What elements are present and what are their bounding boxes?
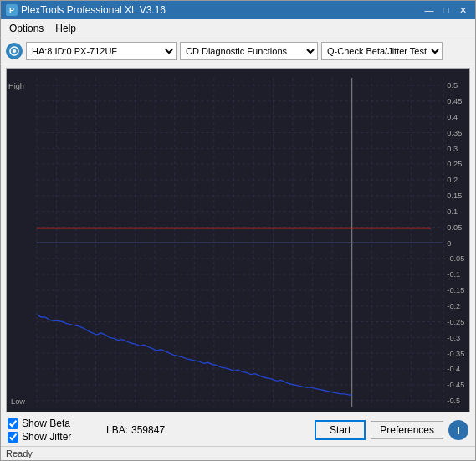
svg-text:0.4: 0.4 — [447, 112, 458, 121]
menu-help[interactable]: Help — [50, 21, 81, 36]
svg-text:30: 30 — [151, 408, 159, 412]
info-button[interactable]: i — [448, 420, 468, 440]
lba-label: LBA: — [106, 424, 128, 436]
svg-text:0.15: 0.15 — [447, 191, 462, 200]
menu-options[interactable]: Options — [4, 21, 49, 36]
title-bar: P PlexTools Professional XL V3.16 — □ ✕ — [1, 1, 475, 19]
svg-text:-0.45: -0.45 — [447, 380, 464, 389]
svg-text:0.25: 0.25 — [447, 159, 462, 168]
checkboxes: Show Beta Show Jitter — [8, 417, 100, 443]
show-beta-label[interactable]: Show Beta — [22, 417, 70, 429]
svg-text:95: 95 — [407, 408, 415, 412]
svg-text:100: 100 — [424, 408, 437, 412]
svg-text:5: 5 — [54, 408, 59, 412]
window-title: PlexTools Professional XL V3.16 — [21, 4, 166, 16]
svg-text:High: High — [8, 81, 24, 90]
svg-text:0.3: 0.3 — [447, 143, 458, 152]
show-beta-checkbox[interactable] — [8, 418, 18, 429]
svg-text:0: 0 — [34, 408, 38, 412]
title-controls: — □ ✕ — [422, 3, 470, 17]
svg-text:35: 35 — [171, 408, 179, 412]
svg-text:65: 65 — [289, 408, 297, 412]
close-button[interactable]: ✕ — [455, 3, 470, 17]
show-jitter-row: Show Jitter — [8, 431, 100, 443]
function-select[interactable]: CD Diagnostic Functions — [180, 42, 318, 60]
svg-text:0.05: 0.05 — [447, 222, 462, 231]
svg-text:0: 0 — [447, 238, 451, 247]
svg-text:-0.05: -0.05 — [447, 254, 464, 263]
svg-text:85: 85 — [367, 408, 376, 412]
content-area: 0.5 0.45 0.4 0.35 0.3 0.25 0.2 0.15 0.1 … — [1, 64, 475, 446]
svg-text:-0.3: -0.3 — [447, 332, 460, 341]
app-icon: P — [6, 4, 18, 16]
svg-text:60: 60 — [269, 408, 277, 412]
maximize-button[interactable]: □ — [438, 3, 453, 17]
lba-value: 359847 — [131, 424, 165, 436]
svg-text:-0.25: -0.25 — [447, 316, 464, 325]
minimize-button[interactable]: — — [422, 3, 437, 17]
svg-text:0.1: 0.1 — [447, 207, 458, 216]
device-icon[interactable] — [6, 43, 23, 59]
svg-text:10: 10 — [72, 408, 80, 412]
svg-text:50: 50 — [229, 408, 238, 412]
lba-section: LBA: 359847 — [106, 424, 308, 436]
svg-text:90: 90 — [387, 408, 396, 412]
main-window: P PlexTools Professional XL V3.16 — □ ✕ … — [0, 0, 476, 461]
svg-text:0.2: 0.2 — [447, 175, 458, 184]
bottom-panel: Show Beta Show Jitter LBA: 359847 Start … — [1, 414, 475, 446]
svg-text:20: 20 — [111, 408, 120, 412]
svg-text:75: 75 — [328, 408, 336, 412]
title-bar-left: P PlexTools Professional XL V3.16 — [6, 4, 166, 16]
preferences-button[interactable]: Preferences — [371, 421, 443, 439]
svg-text:0.45: 0.45 — [447, 96, 462, 105]
svg-text:-0.4: -0.4 — [447, 364, 461, 373]
svg-text:Low: Low — [11, 397, 25, 406]
svg-text:80: 80 — [348, 408, 356, 412]
svg-text:0.5: 0.5 — [447, 80, 458, 90]
show-jitter-checkbox[interactable] — [8, 432, 18, 443]
svg-text:45: 45 — [210, 408, 218, 412]
svg-text:-0.5: -0.5 — [447, 396, 460, 405]
svg-text:70: 70 — [308, 408, 316, 412]
device-select[interactable]: HA:8 ID:0 PX-712UF — [26, 42, 177, 60]
svg-text:40: 40 — [190, 408, 198, 412]
svg-text:25: 25 — [131, 408, 139, 412]
svg-text:55: 55 — [249, 408, 258, 412]
chart-svg: 0.5 0.45 0.4 0.35 0.3 0.25 0.2 0.15 0.1 … — [7, 69, 469, 412]
status-text: Ready — [6, 448, 33, 458]
svg-text:0.35: 0.35 — [447, 127, 462, 136]
show-beta-row: Show Beta — [8, 417, 100, 429]
chart-container: 0.5 0.45 0.4 0.35 0.3 0.25 0.2 0.15 0.1 … — [6, 68, 470, 412]
toolbar: HA:8 ID:0 PX-712UF CD Diagnostic Functio… — [1, 38, 475, 64]
svg-text:-0.15: -0.15 — [447, 285, 464, 295]
svg-text:15: 15 — [91, 408, 100, 412]
test-select[interactable]: Q-Check Beta/Jitter Test — [321, 42, 443, 60]
menu-bar: Options Help — [1, 19, 475, 38]
svg-text:-0.2: -0.2 — [447, 301, 460, 310]
svg-text:-0.35: -0.35 — [447, 348, 464, 357]
buttons-right: Start Preferences i — [315, 420, 468, 440]
status-bar: Ready — [1, 446, 475, 460]
svg-text:-0.1: -0.1 — [447, 269, 460, 279]
start-button[interactable]: Start — [315, 420, 366, 440]
svg-point-1 — [13, 49, 16, 53]
show-jitter-label[interactable]: Show Jitter — [22, 431, 71, 443]
